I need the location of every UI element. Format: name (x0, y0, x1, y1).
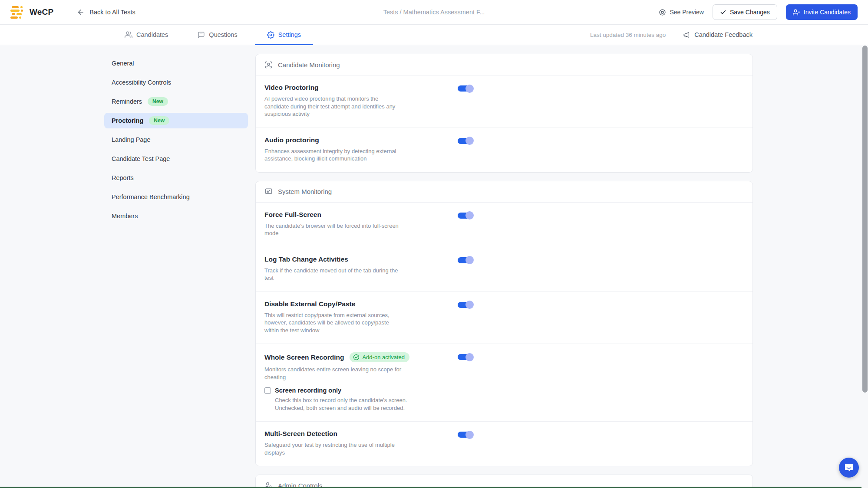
chat-bubble-icon (844, 462, 854, 473)
save-changes-label: Save Changes (730, 9, 770, 16)
setting-description: Safeguard your test by restricting the u… (264, 441, 404, 456)
toggle-disable-external-copy-paste[interactable] (458, 302, 472, 308)
setting-description: Monitors candidates entire screen leavin… (264, 366, 404, 381)
tab-candidates[interactable]: Candidates (112, 25, 180, 45)
save-changes-button[interactable]: Save Changes (713, 4, 777, 20)
sidebar-item-label: Performance Benchmarking (112, 193, 190, 200)
section-header: Candidate Monitoring (256, 54, 752, 75)
sidebar-item-label: Accessibility Controls (112, 79, 171, 86)
toggle-log-tab-change-activities[interactable] (458, 257, 472, 263)
toggle-whole-screen-recording[interactable] (458, 354, 472, 360)
brand-name: WeCP (30, 7, 53, 17)
setting-title: Disable External Copy/Paste (264, 300, 355, 308)
sidebar-item-label: Proctoring (112, 117, 143, 124)
sidebar-item-members[interactable]: Members (104, 208, 248, 224)
sub-option: Screen recording only Check this box to … (264, 387, 744, 412)
sidebar-item-proctoring[interactable]: Proctoring New (104, 113, 248, 128)
back-to-all-tests-link[interactable]: Back to All Tests (77, 8, 135, 16)
settings-main: Candidate Monitoring Video Proctoring AI… (255, 54, 753, 488)
setting-row-disable-external-copy-paste: Disable External Copy/Paste This will re… (256, 291, 752, 344)
setting-row-log-tab-change-activities: Log Tab Change Activities Track if the c… (256, 247, 752, 291)
tab-label: Settings (278, 31, 301, 38)
sidebar-item-label: Candidate Test Page (112, 155, 170, 162)
sidebar-item-label: General (112, 60, 134, 67)
setting-description: AI powered video proctoring that monitor… (264, 95, 404, 118)
candidate-feedback-link[interactable]: Candidate Feedback (683, 31, 752, 39)
eye-icon (659, 9, 666, 16)
sidebar-item-label: Landing Page (112, 136, 151, 143)
setting-title: Multi-Screen Detection (264, 430, 337, 438)
setting-row-force-full-screen: Force Full-Screen The candidate's browse… (256, 203, 752, 247)
tab-label: Candidates (136, 31, 168, 38)
sidebar-item-label: Members (112, 213, 138, 219)
section-candidate-monitoring: Candidate Monitoring Video Proctoring AI… (255, 54, 753, 173)
sidebar-item-label: Reminders (112, 98, 142, 105)
sidebar-item-general[interactable]: General (104, 56, 248, 71)
test-tabbar: Candidates Questions Settings Last updat… (0, 25, 868, 45)
candidate-feedback-label: Candidate Feedback (694, 31, 752, 38)
toggle-knob (465, 431, 474, 439)
sidebar-item-reports[interactable]: Reports (104, 170, 248, 186)
setting-title: Video Proctoring (264, 84, 319, 92)
tab-label: Questions (209, 31, 237, 38)
setting-description: Track if the candidate moved out of the … (264, 267, 404, 282)
sidebar-item-candidate-test-page[interactable]: Candidate Test Page (104, 151, 248, 167)
vertical-scrollbar-thumb[interactable] (862, 46, 868, 393)
section-header: System Monitoring (256, 181, 752, 203)
comment-icon (198, 31, 205, 39)
tab-questions[interactable]: Questions (185, 25, 249, 45)
section-title: System Monitoring (278, 188, 332, 195)
see-preview-button[interactable]: See Preview (659, 9, 704, 16)
setting-row-whole-screen-recording: Whole Screen Recording Add-on activated … (256, 344, 752, 421)
toggle-knob (465, 353, 474, 361)
check-circle-icon (353, 354, 360, 360)
toggle-knob (465, 256, 474, 264)
user-plus-icon (793, 9, 800, 16)
setting-row-audio-proctoring: Audio proctoring Enhances assessment int… (256, 128, 752, 172)
tab-settings[interactable]: Settings (255, 25, 313, 45)
setting-row-video-proctoring: Video Proctoring AI powered video procto… (256, 75, 752, 128)
section-system-monitoring: System Monitoring Force Full-Screen The … (255, 181, 753, 467)
wecp-logo-icon (10, 6, 25, 19)
screen-recording-only-checkbox[interactable] (264, 387, 271, 394)
invite-candidates-label: Invite Candidates (804, 9, 851, 16)
arrow-left-icon (77, 8, 85, 16)
wecp-logo[interactable]: WeCP (10, 6, 53, 19)
section-admin-controls: Admin Controls Limit for Permissible Vio… (255, 475, 753, 488)
toggle-video-proctoring[interactable] (458, 85, 472, 92)
new-badge: New (149, 116, 169, 125)
sidebar-item-reminders[interactable]: Reminders New (104, 94, 248, 109)
setting-row-multi-screen-detection: Multi-Screen Detection Safeguard your te… (256, 421, 752, 466)
toggle-force-full-screen[interactable] (458, 213, 472, 219)
breadcrumb: Tests / Mathematics Assessment F... (383, 9, 485, 16)
screen-share-icon (264, 187, 273, 196)
toggle-knob (465, 85, 474, 93)
toggle-knob (465, 211, 474, 219)
section-header: Admin Controls (256, 475, 752, 488)
megaphone-icon (683, 31, 690, 39)
back-link-label: Back to All Tests (89, 9, 135, 16)
setting-description: The candidate's browser will be forced i… (264, 222, 404, 237)
section-title: Candidate Monitoring (278, 61, 340, 69)
sub-option-description: Check this box to record only the candid… (275, 396, 418, 412)
chat-launcher-button[interactable] (839, 458, 859, 478)
users-icon (125, 31, 132, 39)
addon-activated-badge: Add-on activated (350, 352, 409, 362)
toggle-audio-proctoring[interactable] (458, 138, 472, 144)
sidebar-item-landing-page[interactable]: Landing Page (104, 132, 248, 147)
top-header: WeCP Back to All Tests Tests / Mathemati… (0, 0, 868, 25)
see-preview-label: See Preview (670, 9, 704, 16)
last-updated-text: Last updated 36 minutes ago (590, 32, 666, 38)
setting-title: Force Full-Screen (264, 211, 321, 219)
sidebar-item-accessibility-controls[interactable]: Accessibility Controls (104, 75, 248, 90)
user-scan-icon (264, 61, 273, 69)
toggle-multi-screen-detection[interactable] (458, 432, 472, 438)
setting-description: Enhances assessment integrity by detecti… (264, 147, 404, 163)
setting-title: Log Tab Change Activities (264, 255, 348, 263)
gear-icon (267, 31, 274, 39)
setting-description: This will restrict copy/paste from exter… (264, 311, 404, 334)
sub-option-label: Screen recording only (275, 387, 341, 394)
invite-candidates-button[interactable]: Invite Candidates (786, 4, 858, 20)
sidebar-item-performance-benchmarking[interactable]: Performance Benchmarking (104, 189, 248, 205)
toggle-knob (465, 137, 474, 145)
